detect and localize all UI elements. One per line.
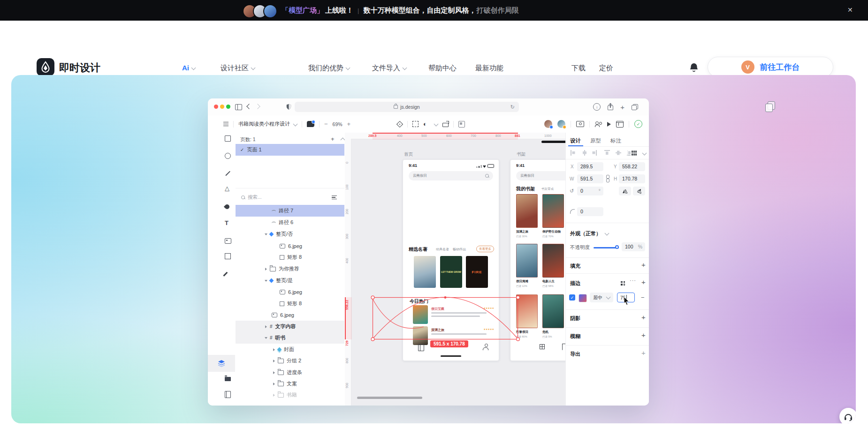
collapsed-arrow-icon[interactable] xyxy=(273,383,275,385)
nav-item-ai[interactable]: Ai xyxy=(182,64,195,72)
nav-item-whats-new[interactable]: 最新功能 xyxy=(475,64,503,73)
stroke-style-icon[interactable] xyxy=(621,281,625,286)
chevron-down-icon[interactable] xyxy=(605,231,609,236)
layer-row[interactable]: 6.jpeg xyxy=(236,240,344,252)
share-collab-icon[interactable] xyxy=(595,121,602,127)
tab-prototype[interactable]: 原型 xyxy=(590,137,601,144)
opacity-slider-knob[interactable] xyxy=(615,245,619,249)
layer-row[interactable]: 路径 7 xyxy=(236,205,344,217)
layer-row[interactable]: 矩形 8 xyxy=(236,298,344,309)
distribute-grid-icon[interactable] xyxy=(632,150,637,156)
expand-arrow-icon[interactable] xyxy=(265,337,267,339)
remove-stroke-button[interactable]: − xyxy=(641,294,645,301)
expand-arrow-icon[interactable] xyxy=(265,233,267,235)
forward-icon[interactable] xyxy=(255,104,260,109)
minimize-traffic-light[interactable] xyxy=(220,105,224,109)
layer-search-input[interactable]: 搜索... xyxy=(241,193,339,202)
ellipse-tool-icon[interactable] xyxy=(225,153,231,159)
address-bar[interactable]: js.design ↻ xyxy=(295,102,519,112)
share-icon[interactable] xyxy=(608,104,613,110)
width-input[interactable]: 591.5 xyxy=(577,174,603,183)
add-stroke-button[interactable]: + xyxy=(641,278,646,286)
rotation-input[interactable]: 0° xyxy=(577,187,603,195)
selection-tool-icon[interactable] xyxy=(412,121,419,127)
main-menu-icon[interactable] xyxy=(223,122,228,127)
collaborator-avatar-2[interactable] xyxy=(557,120,565,128)
promo-highlight[interactable]: 「模型广场」 xyxy=(282,6,324,15)
shield-icon[interactable] xyxy=(286,104,291,110)
stroke-weight-input-focused[interactable]: 75 xyxy=(617,293,635,302)
collapsed-arrow-icon[interactable] xyxy=(265,325,267,328)
pen-tool-icon[interactable] xyxy=(224,203,230,210)
file-menu-chevron-icon[interactable] xyxy=(293,122,298,127)
selection-overlay[interactable] xyxy=(345,133,565,406)
present-play-icon[interactable] xyxy=(607,122,611,127)
add-export-button[interactable]: + xyxy=(641,349,646,356)
corner-radius-input[interactable]: 0 xyxy=(577,207,603,216)
polygon-tool-icon[interactable]: △ xyxy=(225,185,229,191)
text-tool-icon[interactable]: T xyxy=(225,220,228,226)
notification-bell-icon[interactable] xyxy=(689,62,699,73)
image-tool-icon[interactable] xyxy=(225,238,231,244)
stroke-align-select[interactable]: 居中 xyxy=(590,293,613,302)
collapsed-arrow-icon[interactable] xyxy=(265,268,267,271)
tab-design[interactable]: 设计 xyxy=(570,137,581,144)
nav-item-download[interactable]: 下载 xyxy=(571,64,586,73)
stroke-enabled-checkbox[interactable]: ✓ xyxy=(569,294,575,301)
layer-row[interactable]: 书籍 xyxy=(236,389,344,401)
layer-row[interactable]: 进度条 xyxy=(236,367,344,378)
close-traffic-light[interactable] xyxy=(214,105,218,109)
nav-item-advantages[interactable]: 我们的优势 xyxy=(308,64,350,73)
banner-close-icon[interactable]: ✕ xyxy=(847,6,853,14)
artboard-tool-icon[interactable] xyxy=(225,253,231,259)
flip-horizontal-button[interactable] xyxy=(619,187,631,195)
nav-item-community[interactable]: 设计社区 xyxy=(221,64,255,73)
zoom-level[interactable]: 69% xyxy=(333,121,343,127)
zoom-in-button[interactable]: + xyxy=(347,120,351,128)
layer-row[interactable]: 为你推荐 xyxy=(236,263,344,275)
y-input[interactable]: 558.22 xyxy=(619,162,645,171)
sidebar-toggle-icon[interactable] xyxy=(235,104,242,110)
constrain-link-icon[interactable] xyxy=(606,175,609,182)
appearance-section-title[interactable]: 外观（正常） xyxy=(570,230,601,237)
layer-row[interactable]: 分组 2 xyxy=(236,355,344,367)
page-row-selected[interactable]: ✓ 页面 1 xyxy=(236,144,344,156)
new-tab-icon[interactable]: + xyxy=(620,103,624,111)
screenshot-icon[interactable] xyxy=(576,121,584,127)
promo-suffix[interactable]: 上线啦！ xyxy=(325,6,353,15)
layer-row[interactable]: 6.jpeg xyxy=(236,309,344,321)
layers-panel-tab-active[interactable] xyxy=(208,355,235,372)
horizontal-scrollbar[interactable] xyxy=(357,397,422,399)
comments-icon[interactable] xyxy=(307,121,314,127)
nav-item-help[interactable]: 帮助中心 xyxy=(428,64,457,73)
collapsed-arrow-icon[interactable] xyxy=(273,360,275,362)
view-options-chevron-icon[interactable] xyxy=(434,122,438,127)
library-book-icon[interactable] xyxy=(225,391,231,398)
canvas[interactable]: 289.5 400 500 600 700 800 881 1000 1100 … xyxy=(345,133,565,406)
layer-row[interactable]: 封面 xyxy=(236,344,344,355)
go-to-workspace-button[interactable]: V 前往工作台 xyxy=(708,57,833,77)
line-tool-icon[interactable] xyxy=(225,171,230,176)
collapsed-arrow-icon[interactable] xyxy=(273,371,275,374)
tabs-overview-icon[interactable] xyxy=(632,104,638,110)
export-view-icon[interactable] xyxy=(442,121,449,127)
copy-pages-icon[interactable] xyxy=(764,100,779,115)
add-page-button[interactable]: + xyxy=(331,135,335,143)
flip-vertical-button[interactable] xyxy=(633,187,645,195)
add-shadow-button[interactable]: + xyxy=(641,314,646,321)
layer-row[interactable]: 路径 6 xyxy=(236,217,344,228)
filter-icon[interactable] xyxy=(332,195,337,199)
zoom-out-button[interactable]: − xyxy=(324,120,328,128)
collapsed-arrow-icon[interactable] xyxy=(273,394,275,397)
collaborator-avatar-1[interactable] xyxy=(544,120,552,128)
nav-item-import[interactable]: 文件导入 xyxy=(372,64,406,73)
stroke-more-icon[interactable]: ··· xyxy=(630,278,636,283)
expand-arrow-icon[interactable] xyxy=(265,280,267,282)
logo-icon[interactable] xyxy=(37,58,54,76)
reload-icon[interactable]: ↻ xyxy=(510,104,515,110)
alignment-icons[interactable] xyxy=(571,150,631,156)
add-fill-button[interactable]: + xyxy=(641,261,646,268)
downloads-icon[interactable]: ↓ xyxy=(593,103,601,111)
zoom-traffic-light[interactable] xyxy=(226,105,230,109)
height-input[interactable]: 170.78 xyxy=(619,174,645,183)
